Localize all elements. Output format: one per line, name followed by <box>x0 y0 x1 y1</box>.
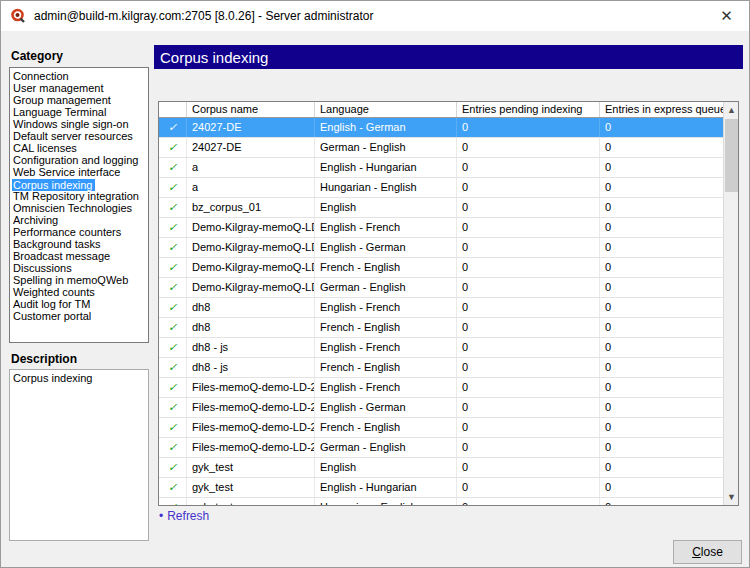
sidebar-item-performance-counters[interactable]: Performance counters <box>12 226 148 238</box>
refresh-link-label: Refresh <box>167 509 209 523</box>
sidebar-item-windows-single-sign-on[interactable]: Windows single sign-on <box>12 118 148 130</box>
cell-corpus-name: gyk_test <box>187 498 315 505</box>
table-row[interactable]: ✓gyk_testEnglish00 <box>159 458 723 478</box>
sidebar-item-web-service-interface[interactable]: Web Service interface <box>12 166 148 178</box>
column-header-language[interactable]: Language <box>315 102 457 117</box>
sidebar-item-configuration-and-logging[interactable]: Configuration and logging <box>12 154 148 166</box>
status-check-icon: ✓ <box>159 458 187 477</box>
cell-entries-pending: 0 <box>457 278 600 297</box>
sidebar-item-spelling-in-memoqweb[interactable]: Spelling in memoQWeb <box>12 274 148 286</box>
sidebar-item-default-server-resources[interactable]: Default server resources <box>12 130 148 142</box>
cell-entries-pending: 0 <box>457 398 600 417</box>
table-row[interactable]: ✓Files-memoQ-demo-LD-2015English - Frenc… <box>159 378 723 398</box>
cell-language: French - English <box>315 318 457 337</box>
cell-entries-pending: 0 <box>457 118 600 137</box>
table-row[interactable]: ✓bz_corpus_01English00 <box>159 198 723 218</box>
cell-entries-pending: 0 <box>457 298 600 317</box>
cell-entries-pending: 0 <box>457 158 600 177</box>
status-check-icon: ✓ <box>159 178 187 197</box>
table-row[interactable]: ✓gyk_testEnglish - Hungarian00 <box>159 478 723 498</box>
cell-corpus-name: Demo-Kilgray-memoQ-LD-2... <box>187 278 315 297</box>
cell-entries-pending: 0 <box>457 438 600 457</box>
refresh-link[interactable]: • Refresh <box>159 509 209 523</box>
column-header-corpus[interactable]: Corpus name <box>187 102 315 117</box>
sidebar-item-user-management[interactable]: User management <box>12 82 148 94</box>
status-check-icon: ✓ <box>159 158 187 177</box>
cell-corpus-name: Demo-Kilgray-memoQ-LD-2... <box>187 258 315 277</box>
sidebar-item-cal-licenses[interactable]: CAL licenses <box>12 142 148 154</box>
table-row[interactable]: ✓aEnglish - Hungarian00 <box>159 158 723 178</box>
sidebar-item-language-terminal[interactable]: Language Terminal <box>12 106 148 118</box>
cell-entries-express: 0 <box>600 458 723 477</box>
column-header-status[interactable] <box>159 102 187 117</box>
sidebar-item-archiving[interactable]: Archiving <box>12 214 148 226</box>
table-row[interactable]: ✓dh8English - French00 <box>159 298 723 318</box>
column-header-pending[interactable]: Entries pending indexing <box>457 102 600 117</box>
cell-entries-pending: 0 <box>457 178 600 197</box>
status-check-icon: ✓ <box>159 258 187 277</box>
cell-corpus-name: Demo-Kilgray-memoQ-LD-2... <box>187 218 315 237</box>
sidebar-item-audit-log-for-tm[interactable]: Audit log for TM <box>12 298 148 310</box>
sidebar-item-group-management[interactable]: Group management <box>12 94 148 106</box>
sidebar-item-weighted-counts[interactable]: Weighted counts <box>12 286 148 298</box>
sidebar-item-omniscien-technologies[interactable]: Omniscien Technologies <box>12 202 148 214</box>
table-row[interactable]: ✓Demo-Kilgray-memoQ-LD-2...French - Engl… <box>159 258 723 278</box>
status-check-icon: ✓ <box>159 398 187 417</box>
cell-corpus-name: Demo-Kilgray-memoQ-LD-2... <box>187 238 315 257</box>
window-title: admin@build-m.kilgray.com:2705 [8.0.26] … <box>34 9 373 23</box>
cell-language: English - German <box>315 238 457 257</box>
cell-entries-express: 0 <box>600 198 723 217</box>
window-close-icon[interactable]: ✕ <box>704 1 749 30</box>
table-row[interactable]: ✓aHungarian - English00 <box>159 178 723 198</box>
table-row[interactable]: ✓gyk_testHungarian - English00 <box>159 498 723 505</box>
status-check-icon: ✓ <box>159 278 187 297</box>
sidebar-item-tm-repository-integration[interactable]: TM Repository integration <box>12 190 148 202</box>
table-row[interactable]: ✓24027-DEGerman - English00 <box>159 138 723 158</box>
table-row[interactable]: ✓Demo-Kilgray-memoQ-LD-2...English - Fre… <box>159 218 723 238</box>
table-row[interactable]: ✓24027-DEEnglish - German00 <box>159 118 723 138</box>
category-list: ConnectionUser managementGroup managemen… <box>9 67 149 343</box>
table-row[interactable]: ✓Files-memoQ-demo-LD-2015French - Englis… <box>159 418 723 438</box>
status-check-icon: ✓ <box>159 338 187 357</box>
cell-language: English - French <box>315 378 457 397</box>
status-check-icon: ✓ <box>159 298 187 317</box>
table-row[interactable]: ✓dh8French - English00 <box>159 318 723 338</box>
table-row[interactable]: ✓Files-memoQ-demo-LD-2015German - Englis… <box>159 438 723 458</box>
sidebar-item-customer-portal[interactable]: Customer portal <box>12 310 148 322</box>
cell-corpus-name: 24027-DE <box>187 138 315 157</box>
close-button[interactable]: Close <box>673 540 742 564</box>
scroll-up-icon[interactable]: ▲ <box>724 102 739 118</box>
status-check-icon: ✓ <box>159 218 187 237</box>
cell-entries-express: 0 <box>600 498 723 505</box>
status-check-icon: ✓ <box>159 198 187 217</box>
table-row[interactable]: ✓Demo-Kilgray-memoQ-LD-2...English - Ger… <box>159 238 723 258</box>
table-row[interactable]: ✓Files-memoQ-demo-LD-2015English - Germa… <box>159 398 723 418</box>
status-check-icon: ✓ <box>159 478 187 497</box>
vertical-scrollbar[interactable]: ▲ ▼ <box>723 102 738 505</box>
table-row[interactable]: ✓Demo-Kilgray-memoQ-LD-2...German - Engl… <box>159 278 723 298</box>
grid-header-row: Corpus name Language Entries pending ind… <box>159 102 723 118</box>
cell-language: English - German <box>315 398 457 417</box>
cell-language: English - French <box>315 338 457 357</box>
sidebar-item-connection[interactable]: Connection <box>12 70 148 82</box>
sidebar-item-discussions[interactable]: Discussions <box>12 262 148 274</box>
description-box: Corpus indexing <box>9 369 149 541</box>
sidebar-item-background-tasks[interactable]: Background tasks <box>12 238 148 250</box>
category-label: Category <box>11 49 63 63</box>
scroll-down-icon[interactable]: ▼ <box>724 489 739 505</box>
table-row[interactable]: ✓dh8 - jsFrench - English00 <box>159 358 723 378</box>
cell-entries-pending: 0 <box>457 478 600 497</box>
cell-entries-express: 0 <box>600 258 723 277</box>
cell-language: English - German <box>315 118 457 137</box>
cell-corpus-name: Files-memoQ-demo-LD-2015 <box>187 378 315 397</box>
status-check-icon: ✓ <box>159 318 187 337</box>
cell-entries-express: 0 <box>600 358 723 377</box>
cell-corpus-name: 24027-DE <box>187 118 315 137</box>
cell-corpus-name: gyk_test <box>187 478 315 497</box>
cell-entries-pending: 0 <box>457 498 600 505</box>
scrollbar-thumb[interactable] <box>725 119 738 192</box>
sidebar-item-broadcast-message[interactable]: Broadcast message <box>12 250 148 262</box>
table-row[interactable]: ✓dh8 - jsEnglish - French00 <box>159 338 723 358</box>
column-header-express[interactable]: Entries in express queue <box>600 102 723 117</box>
cell-language: French - English <box>315 258 457 277</box>
